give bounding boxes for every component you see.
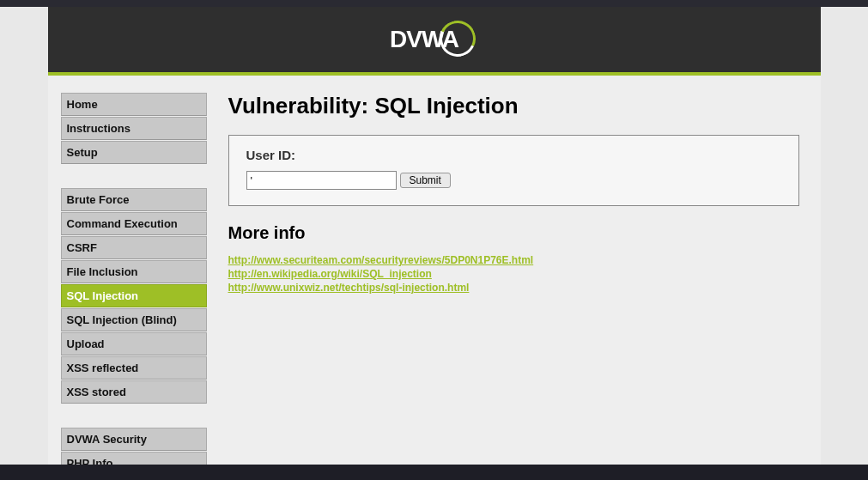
logo: DVWA: [390, 18, 478, 61]
browser-footer: [0, 465, 868, 480]
form-box: User ID: Submit: [228, 135, 799, 206]
nav-item-upload[interactable]: Upload: [61, 332, 207, 355]
nav-item-xss-stored[interactable]: XSS stored: [61, 380, 207, 404]
user-id-label: User ID:: [246, 148, 781, 162]
info-link[interactable]: http://www.securiteam.com/securityreview…: [228, 253, 799, 267]
user-id-input[interactable]: [246, 171, 397, 190]
main-content: Vulnerability: SQL Injection User ID: Su…: [228, 93, 821, 480]
nav-item-setup[interactable]: Setup: [61, 141, 207, 164]
nav-item-instructions[interactable]: Instructions: [61, 117, 207, 140]
more-info-heading: More info: [228, 223, 799, 243]
nav-item-home[interactable]: Home: [61, 93, 207, 116]
nav-item-file-inclusion[interactable]: File Inclusion: [61, 260, 207, 283]
browser-topbar: [0, 0, 868, 7]
nav-item-sql-injection-blind[interactable]: SQL Injection (Blind): [61, 308, 207, 331]
sidebar: Home Instructions Setup Brute Force Comm…: [61, 93, 207, 480]
body-row: Home Instructions Setup Brute Force Comm…: [48, 76, 821, 480]
nav-group-vulns: Brute Force Command Execution CSRF File …: [61, 188, 207, 404]
nav-item-brute-force[interactable]: Brute Force: [61, 188, 207, 211]
page-title: Vulnerability: SQL Injection: [228, 93, 799, 119]
nav-item-csrf[interactable]: CSRF: [61, 236, 207, 259]
header: DVWA: [48, 7, 821, 76]
nav-group-main: Home Instructions Setup: [61, 93, 207, 164]
nav-item-sql-injection[interactable]: SQL Injection: [61, 284, 207, 307]
nav-item-dvwa-security[interactable]: DVWA Security: [61, 428, 207, 451]
form-row: Submit: [246, 171, 781, 190]
logo-swirl-icon: [440, 18, 478, 61]
page-container: DVWA Home Instructions Setup Brute Force…: [48, 7, 821, 480]
info-link[interactable]: http://en.wikipedia.org/wiki/SQL_injecti…: [228, 267, 799, 281]
nav-item-command-execution[interactable]: Command Execution: [61, 212, 207, 235]
nav-item-xss-reflected[interactable]: XSS reflected: [61, 356, 207, 380]
more-info-links: http://www.securiteam.com/securityreview…: [228, 253, 799, 295]
info-link[interactable]: http://www.unixwiz.net/techtips/sql-inje…: [228, 281, 799, 295]
submit-button[interactable]: Submit: [400, 173, 451, 188]
